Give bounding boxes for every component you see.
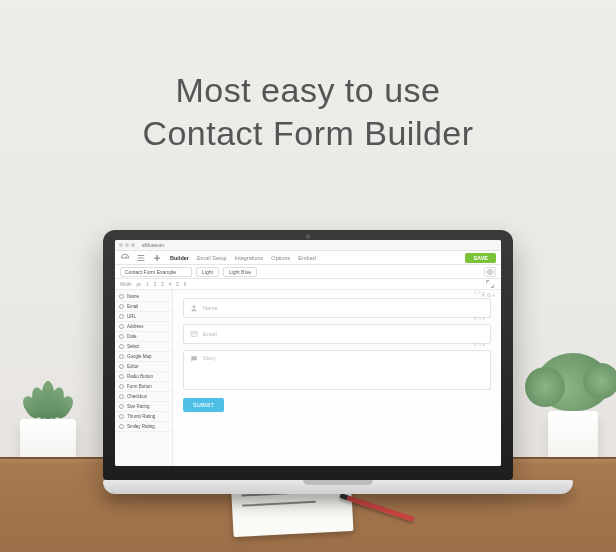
- sidebar-item-label: Name: [127, 294, 139, 299]
- sidebar-item-google-map[interactable]: Google Map: [115, 352, 172, 362]
- col-1[interactable]: 1: [146, 282, 149, 287]
- builder-body: Name Email URL Address Date Select Googl…: [115, 290, 501, 466]
- sidebar-item-label: Form Button: [127, 384, 152, 389]
- col-3[interactable]: 3: [161, 282, 164, 287]
- sidebar-item-label: Date: [127, 334, 137, 339]
- field-email[interactable]: ⠿ ✎ ✕ Email: [183, 324, 491, 344]
- sidebar-item-select[interactable]: Select: [115, 342, 172, 352]
- col-5[interactable]: 5: [176, 282, 179, 287]
- sidebar-item-label: Editor: [127, 364, 139, 369]
- sidebar-item-label: Checkbox: [127, 394, 147, 399]
- sidebar-item-name[interactable]: Name: [115, 292, 172, 302]
- tab-email-setup[interactable]: Email Setup: [197, 255, 227, 261]
- theme-lightblue-option[interactable]: Light Blue: [223, 267, 257, 277]
- chat-icon: [190, 355, 198, 363]
- sidebar-item-form-button[interactable]: Form Button: [115, 382, 172, 392]
- col-6[interactable]: 6: [184, 282, 187, 287]
- tab-builder[interactable]: Builder: [170, 255, 189, 261]
- sidebar-item-label: Star Rating: [127, 404, 150, 409]
- sidebar-item-smiley-rating[interactable]: Smiley Rating: [115, 422, 172, 432]
- laptop: eMuseum Builder Email Setup Integrations…: [103, 230, 513, 494]
- expand-icon[interactable]: [484, 279, 496, 289]
- sidebar-item-date[interactable]: Date: [115, 332, 172, 342]
- list-icon[interactable]: [136, 253, 146, 263]
- sidebar-item-label: Radio Button: [127, 374, 153, 379]
- form-canvas[interactable]: ✕ ⧉ + ⠿ ✎ ✕ Name ⠿ ✎ ✕ Email ⠿ ✎ ✕: [173, 290, 501, 466]
- col-2[interactable]: 2: [154, 282, 157, 287]
- submit-button[interactable]: SUBMIT: [183, 398, 224, 412]
- webcam-dot: [306, 234, 311, 239]
- sidebar-item-label: URL: [127, 314, 136, 319]
- sidebar-item-radio[interactable]: Radio Button: [115, 372, 172, 382]
- field-placeholder: Email: [203, 331, 217, 337]
- main-tabs: Builder Email Setup Integrations Options…: [170, 255, 316, 261]
- app-topbar: Builder Email Setup Integrations Options…: [115, 251, 501, 265]
- layout-controls-bar: Width px 1 2 3 4 5 6: [115, 279, 501, 290]
- sidebar-item-label: Smiley Rating: [127, 424, 155, 429]
- form-name-input[interactable]: Contact Form Example: [120, 267, 192, 277]
- field-name[interactable]: ⠿ ✎ ✕ Name: [183, 298, 491, 318]
- sidebar-item-star-rating[interactable]: Star Rating: [115, 402, 172, 412]
- mail-icon: [190, 330, 198, 338]
- user-icon: [190, 304, 198, 312]
- browser-titlebar: eMuseum: [115, 240, 501, 251]
- sidebar-item-label: Thumb Rating: [127, 414, 155, 419]
- sidebar-item-thumb-rating[interactable]: Thumb Rating: [115, 412, 172, 422]
- headline-line-2: Contact Form Builder: [0, 111, 616, 155]
- app-screen: eMuseum Builder Email Setup Integrations…: [115, 240, 501, 466]
- svg-point-0: [489, 271, 491, 273]
- preview-icon[interactable]: [484, 267, 496, 277]
- gauge-icon[interactable]: [120, 253, 130, 263]
- svg-point-1: [193, 305, 196, 308]
- field-placeholder: Story: [203, 355, 216, 361]
- sidebar-item-address[interactable]: Address: [115, 322, 172, 332]
- sidebar-item-editor[interactable]: Editor: [115, 362, 172, 372]
- col-4[interactable]: 4: [169, 282, 172, 287]
- sidebar-item-url[interactable]: URL: [115, 312, 172, 322]
- tab-options[interactable]: Options: [271, 255, 290, 261]
- width-unit: px: [137, 282, 142, 287]
- browser-title: eMuseum: [142, 242, 164, 248]
- tab-embed[interactable]: Embed: [298, 255, 315, 261]
- fields-sidebar: Name Email URL Address Date Select Googl…: [115, 290, 173, 466]
- field-story[interactable]: ⠿ ✎ ✕ Story: [183, 350, 491, 390]
- field-placeholder: Name: [203, 305, 218, 311]
- sidebar-item-label: Email: [127, 304, 138, 309]
- width-label: Width: [120, 282, 132, 287]
- plus-icon[interactable]: [152, 253, 162, 263]
- tab-integrations[interactable]: Integrations: [235, 255, 264, 261]
- laptop-screen-bezel: eMuseum Builder Email Setup Integrations…: [103, 230, 513, 480]
- sidebar-item-checkbox[interactable]: Checkbox: [115, 392, 172, 402]
- headline-line-1: Most easy to use: [0, 70, 616, 111]
- theme-light-option[interactable]: Light: [196, 267, 219, 277]
- save-button[interactable]: SAVE: [465, 253, 496, 263]
- sidebar-item-label: Google Map: [127, 354, 152, 359]
- form-settings-bar: Contact Form Example Light Light Blue: [115, 265, 501, 279]
- hero-headline: Most easy to use Contact Form Builder: [0, 70, 616, 155]
- sidebar-item-email[interactable]: Email: [115, 302, 172, 312]
- sidebar-item-label: Address: [127, 324, 144, 329]
- laptop-keyboard-base: [103, 480, 573, 494]
- sidebar-item-label: Select: [127, 344, 140, 349]
- window-controls[interactable]: [119, 243, 135, 247]
